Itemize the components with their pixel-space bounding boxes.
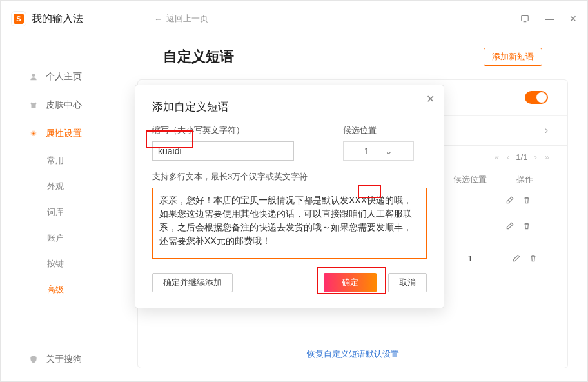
table-row-ops-ghost (505, 196, 531, 205)
position-label: 候选位置 (343, 125, 427, 136)
app-logo-letter: S (14, 14, 24, 24)
sidebar-sub-account[interactable]: 账户 (1, 225, 118, 251)
svg-point-1 (32, 74, 35, 77)
minimize-button[interactable]: — (545, 14, 554, 24)
skin-icon (29, 101, 39, 110)
chevron-right-icon: › (545, 125, 548, 136)
arrow-left-icon: ← (154, 14, 162, 24)
enable-toggle[interactable] (525, 91, 548, 104)
sidebar-sub-appearance[interactable]: 外观 (1, 174, 118, 199)
svg-rect-0 (522, 15, 529, 21)
window-controls: — ✕ (520, 14, 577, 24)
chevron-down-icon: ⌄ (385, 146, 393, 156)
back-label: 返回上一页 (166, 13, 208, 25)
titlebar: S 我的输入法 ← 返回上一页 — ✕ (1, 1, 587, 37)
sidebar-item-settings[interactable]: 属性设置 (1, 119, 118, 148)
cancel-button[interactable]: 取消 (388, 273, 427, 292)
support-note: 支持多行文本，最长3万个汉字或英文字符 (152, 171, 427, 183)
row-ops (499, 254, 551, 263)
add-phrase-modal: ✕ 添加自定义短语 缩写（大小写英文字符） 候选位置 1 ⌄ 支持多行文本，最长… (135, 85, 444, 308)
col-ops: 操作 (499, 174, 551, 185)
sidebar-sub-advanced[interactable]: 高级 (1, 277, 118, 303)
sidebar-sub-keys[interactable]: 按键 (1, 251, 118, 277)
delete-icon[interactable] (529, 254, 538, 263)
sidebar-item-about[interactable]: 关于搜狗 (1, 345, 118, 374)
table-row-ops-ghost (505, 221, 531, 230)
sidebar-item-label: 个人主页 (46, 71, 82, 83)
phrase-textarea[interactable] (152, 188, 427, 259)
sidebar-item-label: 关于搜狗 (46, 354, 82, 365)
sidebar-item-label: 属性设置 (46, 128, 82, 139)
edit-icon[interactable] (505, 196, 514, 205)
sidebar-sub-common[interactable]: 常用 (1, 148, 118, 174)
pager-next[interactable]: › (533, 152, 538, 162)
abbr-input[interactable] (152, 141, 294, 161)
position-select[interactable]: 1 ⌄ (343, 141, 414, 161)
modal-buttons: 确定并继续添加 确定 取消 (152, 273, 427, 292)
pager-text: 1/1 (516, 152, 527, 162)
pager-first[interactable]: « (493, 152, 500, 162)
restore-defaults-link[interactable]: 恢复自定义短语默认设置 (307, 349, 399, 359)
delete-icon[interactable] (522, 221, 531, 230)
edit-icon[interactable] (512, 254, 521, 263)
app-title: 我的输入法 (32, 12, 83, 26)
back-button[interactable]: ← 返回上一页 (154, 13, 208, 25)
close-button[interactable]: ✕ (569, 14, 577, 24)
page-header: 自定义短语 添加新短语 (137, 37, 568, 79)
page-title: 自定义短语 (163, 47, 234, 66)
delete-icon[interactable] (522, 196, 531, 205)
app-logo: S (11, 11, 26, 26)
feedback-icon[interactable] (520, 14, 529, 23)
pager-last[interactable]: » (544, 152, 551, 162)
pager-prev[interactable]: ‹ (505, 152, 511, 162)
shield-icon (29, 355, 39, 364)
sidebar: 个人主页 皮肤中心 属性设置 常用 外观 词库 账户 按键 高级 关于搜狗 (1, 37, 118, 381)
edit-icon[interactable] (505, 221, 514, 230)
modal-title: 添加自定义短语 (152, 99, 427, 114)
save-continue-button[interactable]: 确定并继续添加 (152, 273, 233, 292)
sidebar-item-label: 皮肤中心 (46, 99, 82, 111)
add-phrase-button[interactable]: 添加新短语 (484, 48, 542, 66)
gear-icon (29, 129, 39, 138)
position-value: 1 (364, 146, 369, 156)
restore-row: 恢复自定义短语默认设置 (138, 340, 567, 368)
sidebar-item-skins[interactable]: 皮肤中心 (1, 91, 118, 119)
abbr-label: 缩写（大小写英文字符） (152, 125, 317, 136)
ok-button[interactable]: 确定 (324, 273, 377, 292)
col-pos: 候选位置 (441, 174, 499, 185)
row-pos: 1 (441, 254, 499, 263)
sidebar-sub-dictionary[interactable]: 词库 (1, 199, 118, 225)
modal-close-button[interactable]: ✕ (426, 93, 435, 105)
sidebar-item-profile[interactable]: 个人主页 (1, 63, 118, 91)
user-icon (29, 72, 39, 81)
